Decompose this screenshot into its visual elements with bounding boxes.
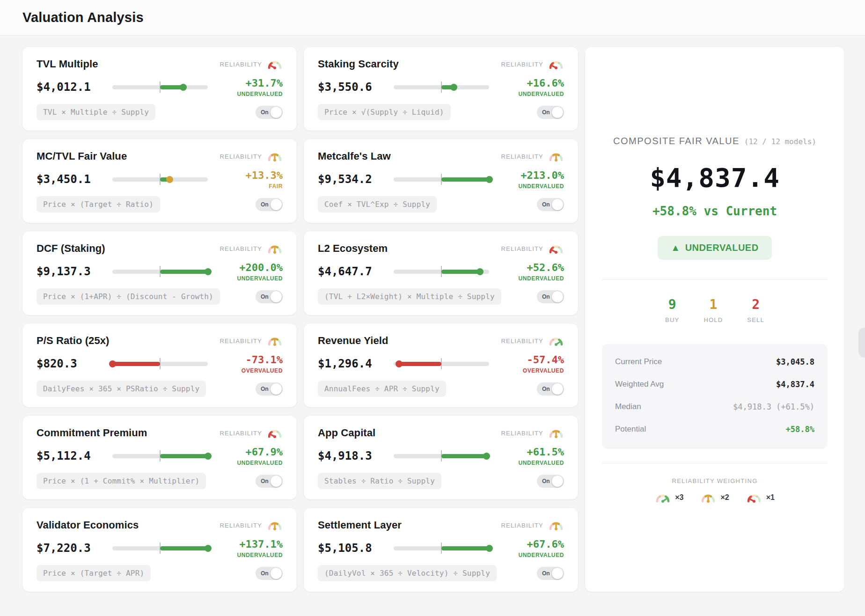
valuation-slider[interactable] [394, 542, 489, 554]
valuation-slider[interactable] [112, 358, 208, 370]
model-formula: (TVL + L2×Weight) × Multiple ÷ Supply [318, 288, 501, 305]
valuation-slider[interactable] [112, 81, 208, 93]
model-toggle-knob [552, 568, 563, 579]
stat-value: $4,918.3 (+61.5%) [733, 402, 814, 411]
model-card: P/S Ratio (25x) RELIABILITY $820.3 -73.1… [22, 323, 297, 407]
stat-row: Current Price $3,045.8 [615, 357, 814, 367]
reliability-gauge-icon [267, 427, 283, 439]
model-title: DCF (Staking) [37, 242, 105, 255]
model-toggle[interactable]: On [256, 567, 283, 580]
model-card: MC/TVL Fair Value RELIABILITY $3,450.1 +… [22, 139, 297, 223]
reliability-label: RELIABILITY [501, 153, 543, 160]
model-toggle[interactable]: On [537, 198, 564, 211]
stat-label: Median [615, 402, 641, 411]
reliability-gauge-icon [267, 520, 283, 531]
model-toggle-knob [271, 476, 282, 487]
model-formula: Price × √(Supply ÷ Liquid) [318, 104, 451, 120]
model-fair-value: $5,112.4 [37, 449, 110, 462]
reliability-gauge-icon [700, 492, 716, 503]
slider-handle[interactable] [205, 453, 212, 460]
slider-fill [160, 546, 208, 550]
stat-label: Potential [615, 425, 646, 434]
slider-fill [441, 270, 480, 274]
signal-count-hold: 1 HOLD [704, 297, 723, 323]
model-fair-value: $9,534.2 [318, 173, 392, 186]
slider-handle[interactable] [450, 84, 457, 91]
valuation-slider[interactable] [112, 450, 208, 462]
valuation-badge: ▲ UNDERVALUED [658, 236, 771, 260]
reliability-gauge-icon [267, 243, 283, 254]
weighting-item: ×1 [746, 492, 775, 503]
reliability-gauge-icon [548, 520, 564, 531]
model-formula: Price × (1 + Commit% × Multiplier) [37, 473, 206, 489]
stat-row: Potential +58.8% [615, 425, 814, 434]
model-status: UNDERVALUED [216, 275, 283, 282]
slider-handle[interactable] [483, 453, 490, 460]
stat-label: Current Price [615, 357, 662, 367]
model-title: Revenue Yield [318, 335, 388, 347]
reliability-gauge-icon [548, 243, 564, 254]
slider-fill [441, 454, 487, 458]
scrollbar-thumb[interactable] [858, 328, 865, 358]
model-card: DCF (Staking) RELIABILITY $9,137.3 +200.… [22, 231, 297, 315]
valuation-slider[interactable] [394, 81, 489, 93]
slider-handle[interactable] [486, 176, 493, 183]
slider-handle[interactable] [205, 545, 212, 552]
model-card: Metcalfe's Law RELIABILITY $9,534.2 +213… [304, 139, 578, 223]
slider-handle[interactable] [396, 360, 403, 367]
model-toggle[interactable]: On [256, 106, 283, 119]
model-pct: +213.0% [498, 169, 564, 181]
slider-handle[interactable] [109, 360, 116, 367]
model-card-grid: TVL Multiple RELIABILITY $4,012.1 +31.7%… [22, 47, 578, 592]
reliability-weighting: RELIABILITY WEIGHTING ×3 ×2 ×1 [655, 477, 775, 503]
model-toggle[interactable]: On [256, 382, 283, 396]
model-fair-value: $3,450.1 [37, 173, 110, 186]
model-toggle-label: On [261, 386, 269, 392]
valuation-slider[interactable] [112, 265, 208, 278]
signal-count-number: 9 [665, 297, 679, 312]
signal-count-label: SELL [747, 316, 764, 323]
reliability-label: RELIABILITY [501, 522, 543, 529]
valuation-slider[interactable] [394, 265, 489, 278]
slider-handle[interactable] [180, 84, 187, 91]
model-toggle[interactable]: On [537, 290, 564, 303]
model-pct: +52.6% [498, 262, 564, 273]
slider-handle[interactable] [166, 176, 173, 183]
stat-row: Weighted Avg $4,837.4 [615, 380, 814, 389]
model-toggle[interactable]: On [256, 198, 283, 211]
valuation-slider[interactable] [394, 173, 489, 185]
valuation-badge-label: UNDERVALUED [685, 242, 759, 253]
valuation-slider[interactable] [394, 450, 489, 462]
valuation-slider[interactable] [394, 358, 489, 370]
model-card: L2 Ecosystem RELIABILITY $4,647.7 +52.6%… [304, 231, 578, 315]
signal-count-buy: 9 BUY [665, 297, 679, 323]
model-title: Metcalfe's Law [318, 150, 391, 162]
reliability-gauge-icon [548, 427, 564, 439]
model-status: UNDERVALUED [216, 552, 283, 558]
model-fair-value: $5,105.8 [318, 542, 392, 555]
model-toggle-label: On [542, 201, 550, 208]
model-title: TVL Multiple [37, 58, 98, 70]
reliability-label: RELIABILITY [220, 522, 262, 529]
model-toggle[interactable]: On [537, 106, 564, 119]
slider-handle[interactable] [476, 268, 484, 275]
model-toggle[interactable]: On [537, 475, 564, 488]
model-toggle[interactable]: On [256, 475, 283, 488]
model-formula: Stables ÷ Ratio ÷ Supply [318, 473, 441, 489]
reliability-gauge-icon [548, 335, 564, 346]
model-toggle-knob [552, 107, 563, 118]
valuation-slider[interactable] [112, 173, 208, 185]
model-toggle-label: On [542, 386, 550, 392]
weighting-item: ×2 [700, 492, 729, 503]
slider-handle[interactable] [205, 268, 212, 275]
valuation-slider[interactable] [112, 542, 208, 554]
model-toggle[interactable]: On [537, 567, 564, 580]
model-toggle-knob [552, 291, 563, 302]
reliability-label: RELIABILITY [220, 430, 262, 437]
model-formula: Price × (Target ÷ APR) [37, 565, 151, 581]
model-toggle[interactable]: On [256, 290, 283, 303]
slider-fill [112, 362, 160, 366]
model-toggle[interactable]: On [537, 382, 564, 396]
slider-handle[interactable] [486, 545, 493, 552]
model-formula: Price × (1+APR) ÷ (Discount - Growth) [37, 288, 220, 305]
